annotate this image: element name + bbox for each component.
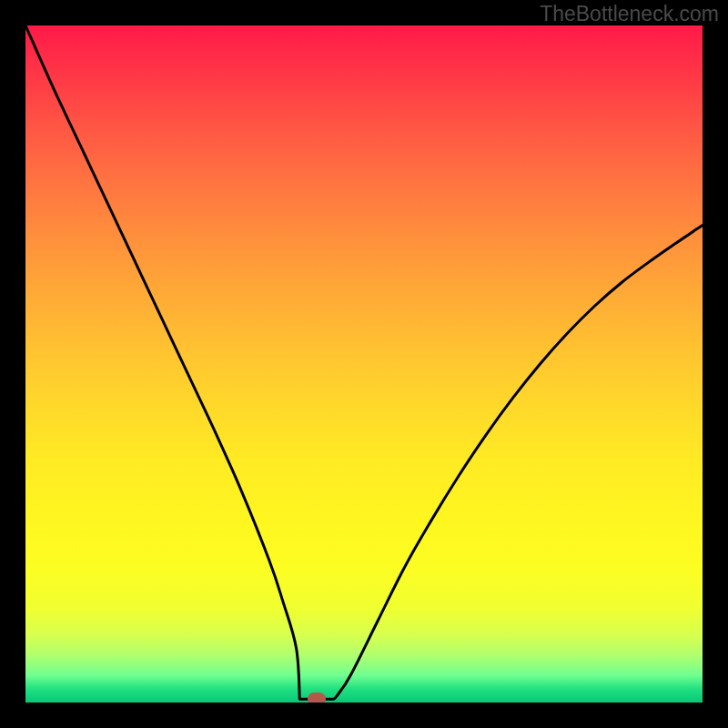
optimal-point-marker bbox=[308, 693, 326, 703]
chart-frame: TheBottleneck.com bbox=[0, 0, 728, 728]
bottleneck-curve bbox=[25, 25, 703, 703]
watermark-text: TheBottleneck.com bbox=[540, 2, 719, 26]
plot-area bbox=[25, 25, 703, 703]
